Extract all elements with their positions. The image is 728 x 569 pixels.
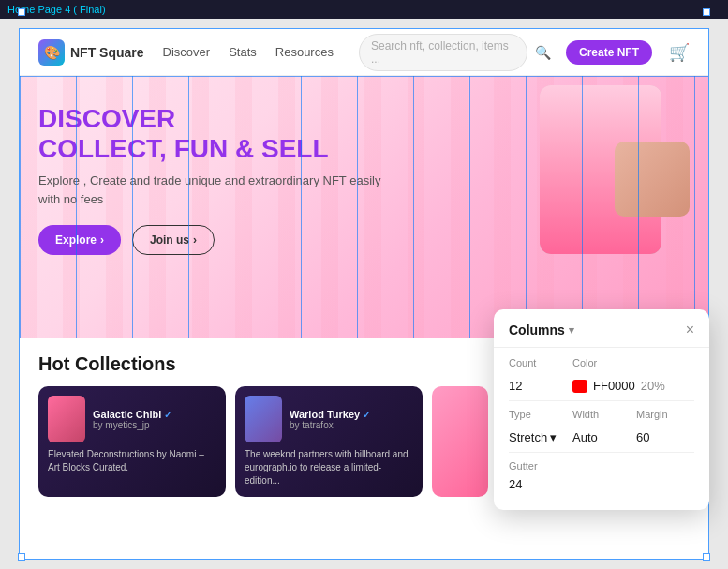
color-hex-value[interactable]: FF0000: [593, 379, 635, 393]
hero-buttons: Explore › Join us ›: [38, 225, 396, 255]
search-icon[interactable]: 🔍: [535, 45, 551, 60]
canvas-area: 🎨 NFT Square Discover Stats Resources Se…: [0, 19, 728, 569]
nav-discover[interactable]: Discover: [163, 45, 211, 59]
card-desc-1: Elevated Deconstructions by Naomi – Art …: [48, 448, 216, 474]
guide-vline-9: [469, 76, 470, 338]
verified-badge-2: ✓: [363, 410, 370, 420]
card-thumb-2: [245, 396, 282, 442]
handle-br[interactable]: [703, 553, 710, 561]
panel-title: Columns ▾: [509, 322, 574, 337]
nft-logo: 🎨 NFT Square: [38, 39, 144, 66]
top-bar: Home Page 4 ( Final): [0, 0, 728, 19]
color-label: Color: [572, 357, 694, 371]
gutter-value-row: 24: [509, 477, 694, 491]
color-swatch[interactable]: [572, 380, 587, 393]
panel-body: Count Color 12 FF0000 20%: [494, 348, 709, 510]
search-placeholder: Search nft, collection, items ...: [371, 39, 509, 66]
type-dropdown[interactable]: Stretch ▾: [509, 430, 567, 444]
hero-title-line1: DISCOVER: [38, 104, 396, 134]
card-info-1: Galactic Chibi ✓ by myetics_jp: [93, 409, 216, 430]
logo-icon: 🎨: [38, 39, 65, 66]
margin-value[interactable]: 60: [636, 430, 694, 444]
handle-tr[interactable]: [703, 8, 710, 16]
width-value[interactable]: Auto: [572, 430, 631, 444]
handle-tl[interactable]: [18, 8, 25, 16]
panel-header: Columns ▾ ×: [494, 309, 709, 348]
guide-vline-8: [413, 76, 414, 338]
card-name-2: Warlod Turkey ✓: [290, 409, 413, 420]
count-color-labels-row: Count Color: [509, 357, 694, 371]
close-icon[interactable]: ×: [686, 322, 694, 337]
card-header-1: Galactic Chibi ✓ by myetics_jp: [48, 396, 216, 442]
card-name-1: Galactic Chibi ✓: [93, 409, 216, 420]
count-value-cell: 12: [509, 379, 567, 393]
hero-secondary-image: [615, 142, 690, 217]
handle-bl[interactable]: [18, 553, 25, 561]
type-width-margin-values: Stretch ▾ Auto 60: [509, 430, 694, 444]
gutter-value[interactable]: 24: [509, 477, 694, 491]
type-chevron: ▾: [550, 430, 557, 444]
swatch-box: [572, 380, 587, 393]
width-label: Width: [572, 409, 631, 423]
count-color-values-row: 12 FF0000 20%: [509, 379, 694, 393]
chevron-down-icon[interactable]: ▾: [569, 324, 574, 337]
margin-value-cell: 60: [636, 430, 694, 444]
margin-label: Margin: [636, 409, 694, 423]
columns-panel: Columns ▾ × Count Color 12: [494, 309, 709, 510]
cart-icon[interactable]: 🛒: [669, 42, 690, 63]
search-bar[interactable]: Search nft, collection, items ...: [359, 34, 527, 71]
collection-card-2[interactable]: Warlod Turkey ✓ by tatrafox The weeknd p…: [235, 386, 423, 497]
nav-resources[interactable]: Resources: [275, 45, 334, 59]
guide-vline-13: [694, 76, 695, 338]
color-value-cell: FF0000 20%: [572, 379, 694, 393]
card-info-2: Warlod Turkey ✓ by tatrafox: [290, 409, 413, 430]
type-width-margin-labels: Type Width Margin: [509, 409, 694, 423]
gutter-label-row: Gutter: [509, 460, 694, 472]
color-opacity-value[interactable]: 20%: [641, 379, 665, 393]
type-label: Type: [509, 409, 567, 423]
create-nft-button[interactable]: Create NFT: [566, 40, 652, 65]
arrow-icon: ›: [100, 233, 104, 247]
nav-stats[interactable]: Stats: [229, 45, 257, 59]
hero-title-line2: COLLECT, FUN & SELL: [38, 134, 396, 164]
hero-title: DISCOVER COLLECT, FUN & SELL: [38, 104, 396, 164]
collection-card-1[interactable]: Galactic Chibi ✓ by myetics_jp Elevated …: [38, 386, 226, 497]
verified-badge-1: ✓: [164, 410, 171, 420]
divider-1: [509, 400, 694, 401]
type-value-cell: Stretch ▾: [509, 430, 567, 444]
nav-search: Search nft, collection, items ... 🔍 Crea…: [359, 34, 690, 71]
explore-button[interactable]: Explore ›: [38, 225, 121, 255]
nft-nav: 🎨 NFT Square Discover Stats Resources Se…: [20, 29, 708, 76]
join-button[interactable]: Join us ›: [132, 225, 215, 255]
hero-images: [502, 85, 690, 310]
card-thumb-1: [48, 396, 85, 442]
guide-vline-1: [20, 76, 21, 338]
hero-section: DISCOVER COLLECT, FUN & SELL Explore , C…: [20, 76, 708, 338]
width-value-cell: Auto: [572, 430, 631, 444]
collection-card-3: [432, 386, 488, 497]
hero-subtitle: Explore , Create and trade unique and ex…: [38, 172, 396, 208]
count-label: Count: [509, 357, 567, 371]
card-creator-2: by tatrafox: [290, 420, 413, 430]
card-creator-1: by myetics_jp: [93, 420, 216, 430]
arrow-icon-2: ›: [193, 233, 197, 247]
guide-hline-1: [20, 76, 708, 77]
divider-2: [509, 452, 694, 453]
hero-content: DISCOVER COLLECT, FUN & SELL Explore , C…: [38, 104, 396, 255]
card-desc-2: The weeknd partners with billboard and e…: [245, 448, 413, 487]
nav-links: Discover Stats Resources: [163, 45, 334, 59]
card-header-2: Warlod Turkey ✓ by tatrafox: [245, 396, 413, 442]
logo-text: NFT Square: [70, 45, 144, 60]
gutter-label: Gutter: [509, 460, 694, 472]
